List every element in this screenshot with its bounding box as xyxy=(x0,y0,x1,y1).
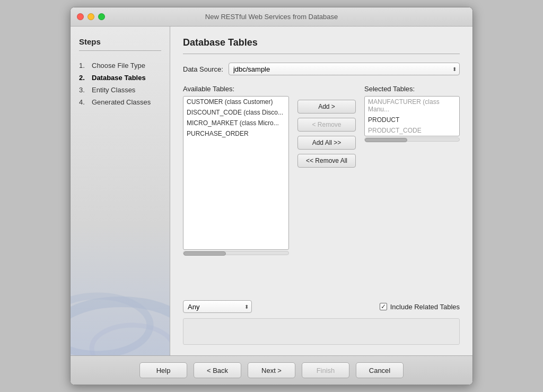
include-related-label: Include Related Tables xyxy=(390,303,460,311)
titlebar: New RESTful Web Services from Database xyxy=(71,7,472,27)
datasource-label: Data Source: xyxy=(183,65,223,73)
finish-button[interactable]: Finish xyxy=(302,362,349,378)
list-item[interactable]: CUSTOMER (class Customer) xyxy=(183,97,288,107)
maximize-button[interactable] xyxy=(98,13,105,20)
add-button[interactable]: Add > xyxy=(297,100,356,114)
available-tables-column: Available Tables: CUSTOMER (class Custom… xyxy=(183,85,289,255)
below-tables-row: Any Table View ⬍ ✓ Include Related Table… xyxy=(183,300,460,313)
available-scrollbar-track xyxy=(183,251,289,255)
list-item[interactable]: PURCHASE_ORDER xyxy=(183,128,288,139)
main-panel: Database Tables Data Source: jdbc/sample… xyxy=(170,27,472,355)
add-all-button[interactable]: Add All >> xyxy=(297,136,356,150)
sidebar: Steps 1. Choose File Type 2. Database Ta… xyxy=(71,27,170,355)
step-1-label: Choose File Type xyxy=(92,62,145,69)
tables-area: Available Tables: CUSTOMER (class Custom… xyxy=(183,85,460,297)
close-button[interactable] xyxy=(77,13,84,20)
content-area: Steps 1. Choose File Type 2. Database Ta… xyxy=(71,27,472,355)
steps-list: 1. Choose File Type 2. Database Tables 3… xyxy=(79,59,161,108)
step-2-number: 2. xyxy=(79,74,89,82)
step-3-number: 3. xyxy=(79,86,89,94)
datasource-select[interactable]: jdbc/sample xyxy=(229,63,460,75)
step-4-label: Generated Classes xyxy=(92,98,151,106)
list-item[interactable]: MICRO_MARKET (class Micro... xyxy=(183,118,288,128)
main-window: New RESTful Web Services from Database S… xyxy=(70,7,473,385)
panel-title: Database Tables xyxy=(183,37,460,54)
selected-scrollbar-track xyxy=(364,137,460,142)
datasource-row: Data Source: jdbc/sample ⬍ xyxy=(183,63,460,75)
back-button[interactable]: < Back xyxy=(194,362,241,378)
step-3-label: Entity Classes xyxy=(92,86,135,94)
bottom-note-area xyxy=(183,318,460,345)
include-related-row: ✓ Include Related Tables xyxy=(380,303,460,311)
step-1: 1. Choose File Type xyxy=(79,59,161,72)
sidebar-watermark xyxy=(71,249,170,355)
available-scrollbar-thumb[interactable] xyxy=(183,251,226,256)
list-item[interactable]: PRODUCT xyxy=(365,115,459,125)
step-4: 4. Generated Classes xyxy=(79,96,161,108)
list-item[interactable]: PRODUCT_CODE xyxy=(365,125,459,136)
selected-tables-label: Selected Tables: xyxy=(364,85,460,93)
step-3: 3. Entity Classes xyxy=(79,84,161,96)
list-item[interactable]: DISCOUNT_CODE (class Disco... xyxy=(183,107,288,118)
include-related-checkbox[interactable]: ✓ xyxy=(380,303,387,310)
transfer-buttons: Add > < Remove Add All >> << Remove All xyxy=(289,85,364,168)
step-2-label: Database Tables xyxy=(92,74,146,82)
selected-tables-column: Selected Tables: MANUFACTURER (class Man… xyxy=(364,85,460,142)
step-2: 2. Database Tables xyxy=(79,72,161,84)
next-button[interactable]: Next > xyxy=(248,362,295,378)
filter-select[interactable]: Any Table View xyxy=(183,300,252,313)
window-title: New RESTful Web Services from Database xyxy=(205,13,338,21)
datasource-select-wrapper: jdbc/sample ⬍ xyxy=(229,63,460,75)
step-4-number: 4. xyxy=(79,98,89,106)
available-tables-label: Available Tables: xyxy=(183,85,289,93)
footer: Help < Back Next > Finish Cancel xyxy=(71,355,472,385)
selected-scrollbar-thumb[interactable] xyxy=(365,138,407,142)
minimize-button[interactable] xyxy=(87,13,94,20)
selected-tables-list[interactable]: MANUFACTURER (class Manu... PRODUCT PROD… xyxy=(364,96,460,136)
remove-button[interactable]: < Remove xyxy=(297,118,356,132)
window-controls xyxy=(77,13,105,20)
filter-select-wrapper: Any Table View ⬍ xyxy=(183,300,252,313)
available-tables-list[interactable]: CUSTOMER (class Customer) DISCOUNT_CODE … xyxy=(183,96,289,250)
cancel-button[interactable]: Cancel xyxy=(356,362,404,378)
steps-heading: Steps xyxy=(79,37,161,51)
remove-all-button[interactable]: << Remove All xyxy=(297,154,356,168)
list-item[interactable]: MANUFACTURER (class Manu... xyxy=(365,97,459,115)
step-1-number: 1. xyxy=(79,62,89,69)
help-button[interactable]: Help xyxy=(139,362,187,378)
